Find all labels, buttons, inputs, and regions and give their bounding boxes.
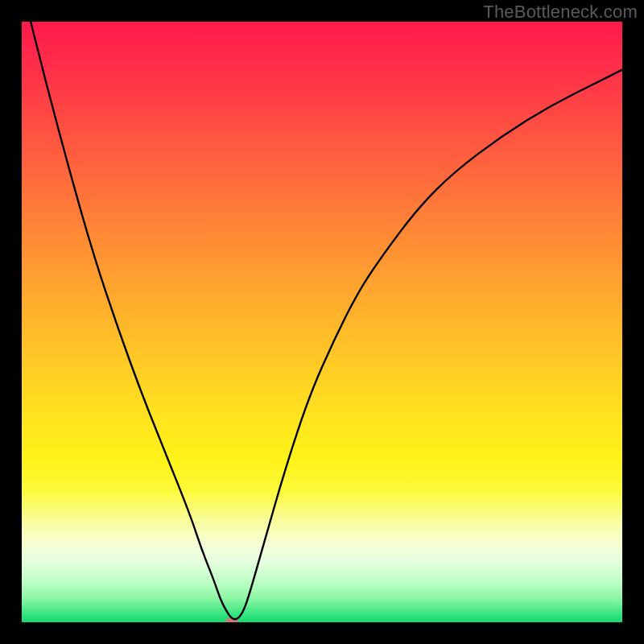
chart-frame: TheBottleneck.com <box>0 0 644 644</box>
plot-area <box>22 22 622 622</box>
watermark-text: TheBottleneck.com <box>483 2 638 23</box>
bottleneck-curve <box>22 22 622 622</box>
curve-path <box>22 22 622 619</box>
